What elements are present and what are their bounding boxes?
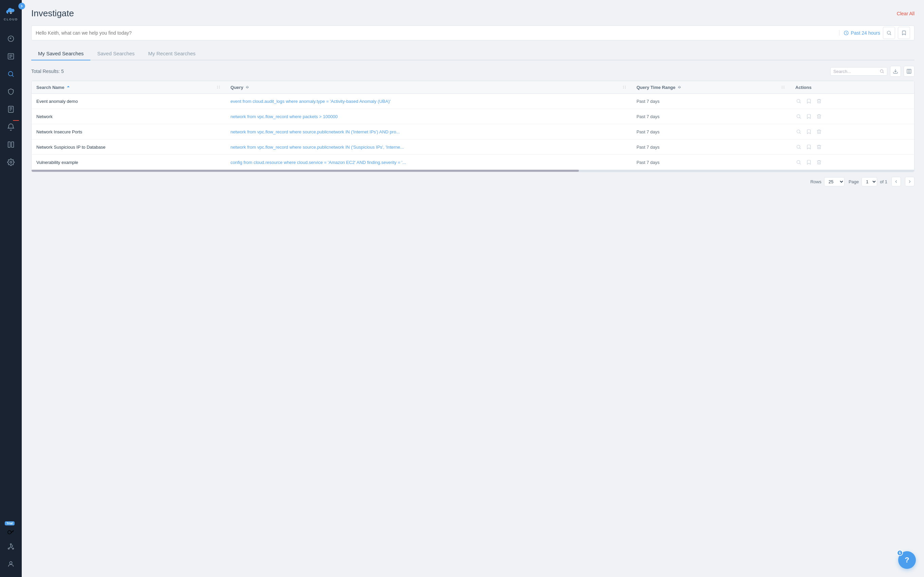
sidebar-item-books[interactable]: [0, 136, 22, 153]
run-search-btn-3[interactable]: [795, 143, 802, 150]
table-toolbar: Total Results: 5: [31, 66, 914, 77]
prev-page-button[interactable]: [892, 177, 901, 186]
drag-handle-query-icon[interactable]: [622, 84, 627, 90]
query-link-0[interactable]: event from cloud.audit_logs where anomal…: [231, 99, 391, 104]
run-icon: [796, 160, 801, 165]
run-search-btn-2[interactable]: [795, 128, 802, 135]
svg-point-36: [797, 115, 800, 118]
svg-point-13: [887, 31, 890, 34]
cell-actions-4: [790, 155, 914, 170]
sort-icon-query[interactable]: [245, 85, 249, 89]
cell-time-4: Past 7 days: [632, 155, 791, 170]
save-btn-3[interactable]: [805, 143, 812, 150]
help-label: ?: [905, 556, 909, 564]
save-search-button[interactable]: [898, 27, 910, 39]
save-btn-2[interactable]: [805, 128, 812, 135]
time-range-label: Past 24 hours: [851, 30, 880, 35]
drag-handle-time-icon[interactable]: [780, 84, 786, 90]
sidebar-item-alerts[interactable]: [0, 118, 22, 136]
sort-icon-time[interactable]: [677, 85, 682, 89]
time-range-selector[interactable]: Past 24 hours: [839, 30, 880, 35]
download-button[interactable]: [890, 66, 901, 77]
tab-recent-searches[interactable]: My Recent Searches: [141, 47, 202, 60]
run-search-btn-4[interactable]: [795, 159, 802, 166]
delete-btn-2[interactable]: [816, 128, 822, 135]
cell-query-2: network from vpc.flow_record where sourc…: [226, 124, 632, 140]
sidebar-item-trial[interactable]: Trial: [0, 521, 22, 538]
svg-point-6: [10, 161, 12, 163]
sidebar-item-shield[interactable]: [0, 83, 22, 100]
col-header-time-range: Query Time Range: [636, 85, 676, 90]
alerts-icon: [7, 123, 15, 131]
sidebar-item-rules[interactable]: [0, 48, 22, 65]
svg-point-33: [782, 88, 783, 89]
cell-time-1: Past 7 days: [632, 109, 791, 124]
svg-point-8: [10, 544, 11, 545]
total-pages-label: of 1: [880, 179, 887, 184]
columns-button[interactable]: [904, 66, 914, 77]
svg-point-31: [782, 87, 783, 87]
chart-icon: [7, 35, 15, 42]
save-icon: [806, 114, 812, 119]
sidebar-item-profile[interactable]: [0, 555, 22, 573]
cell-time-2: Past 7 days: [632, 124, 791, 140]
save-btn-4[interactable]: [805, 159, 812, 166]
sidebar-item-reports[interactable]: [0, 100, 22, 118]
rules-icon: [7, 53, 15, 60]
page-select[interactable]: 1: [861, 177, 877, 186]
rows-per-page-select[interactable]: 25 10 50 100: [824, 177, 845, 186]
shield-icon: [7, 88, 15, 95]
sidebar-item-dashboard[interactable]: [0, 30, 22, 48]
search-execute-button[interactable]: [883, 27, 895, 39]
table-search-input[interactable]: [833, 69, 877, 74]
svg-point-2: [8, 72, 13, 76]
tab-saved-searches[interactable]: Saved Searches: [90, 47, 141, 60]
next-page-button[interactable]: [905, 177, 914, 186]
sidebar-bottom: Trial: [0, 521, 22, 577]
sidebar-logo[interactable]: CLOUD: [0, 0, 22, 27]
query-link-4[interactable]: config from cloud.resource where cloud.s…: [231, 160, 406, 165]
settings-icon: [7, 158, 15, 166]
tab-my-saved-searches[interactable]: My Saved Searches: [31, 47, 90, 60]
sidebar-item-investigate[interactable]: [0, 65, 22, 83]
query-link-1[interactable]: network from vpc.flow_record where packe…: [231, 114, 338, 119]
help-badge: 6: [897, 550, 903, 556]
table-row: Vulnerability example config from cloud.…: [32, 155, 914, 170]
sidebar-item-integrations[interactable]: [0, 538, 22, 555]
save-icon: [806, 144, 812, 150]
delete-btn-1[interactable]: [816, 113, 822, 120]
svg-point-28: [625, 88, 625, 89]
cell-query-3: network from vpc.flow_record where sourc…: [226, 140, 632, 155]
key-icon: [7, 527, 15, 535]
pagination-rows: Rows 25 10 50 100: [810, 177, 845, 186]
run-search-btn-1[interactable]: [795, 113, 802, 120]
trial-badge: Trial: [5, 521, 15, 525]
pagination: Rows 25 10 50 100 Page 1 of 1: [31, 172, 914, 189]
query-link-2[interactable]: network from vpc.flow_record where sourc…: [231, 129, 400, 134]
run-search-btn-0[interactable]: [795, 98, 802, 105]
save-btn-0[interactable]: [805, 98, 812, 105]
svg-point-11: [10, 562, 12, 564]
sidebar-expand-button[interactable]: [18, 3, 25, 10]
delete-btn-3[interactable]: [816, 143, 822, 150]
cell-actions-2: [790, 124, 914, 140]
cell-name-4: Vulnerability example: [32, 155, 226, 170]
trash-icon: [816, 129, 822, 134]
sidebar-item-settings[interactable]: [0, 153, 22, 171]
svg-rect-5: [11, 142, 14, 148]
col-header-actions: Actions: [795, 85, 812, 90]
scroll-thumb[interactable]: [32, 170, 579, 172]
main-search-input[interactable]: [36, 30, 836, 35]
query-link-3[interactable]: network from vpc.flow_record where sourc…: [231, 145, 404, 150]
col-header-name: Search Name: [36, 85, 64, 90]
cell-time-0: Past 7 days: [632, 93, 791, 109]
drag-handle-icon[interactable]: [216, 84, 221, 90]
books-icon: [7, 141, 15, 148]
save-btn-1[interactable]: [805, 113, 812, 120]
clear-all-button[interactable]: Clear All: [897, 11, 914, 16]
cell-name-0: Event anomaly demo: [32, 93, 226, 109]
delete-btn-0[interactable]: [816, 98, 822, 105]
help-button[interactable]: 6 ?: [898, 551, 916, 569]
delete-btn-4[interactable]: [816, 159, 822, 166]
clock-icon: [843, 30, 849, 35]
